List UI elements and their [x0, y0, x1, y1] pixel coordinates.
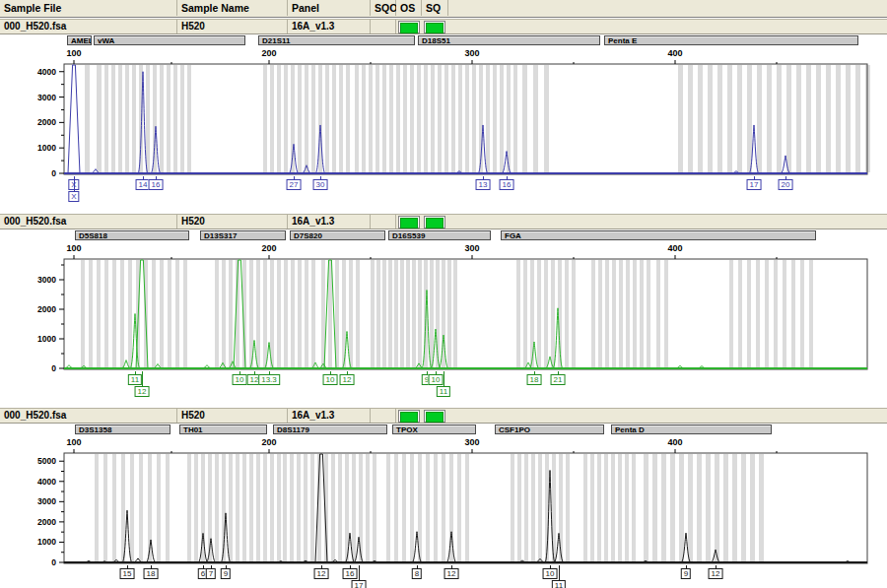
- allele-label[interactable]: 11: [128, 374, 142, 385]
- electropherogram-plot[interactable]: 01000200030004000: [0, 60, 887, 176]
- allele-label[interactable]: 12: [709, 568, 723, 579]
- svg-text:3000: 3000: [37, 275, 56, 285]
- marker-box-penta-d[interactable]: Penta D: [611, 425, 772, 434]
- panel-name-cell[interactable]: 16A_v1.3: [288, 409, 371, 423]
- sample-panel-black: 000_H520.fsa H520 16A_v1.3 D3S1358TH01D8…: [0, 408, 887, 588]
- sample-name-cell[interactable]: H520: [177, 409, 288, 423]
- svg-text:2000: 2000: [37, 517, 56, 527]
- marker-box-d21s11[interactable]: D21S11: [258, 35, 415, 45]
- os-pass-indicator: [400, 218, 418, 229]
- allele-label[interactable]: 11: [552, 580, 566, 588]
- allele-label[interactable]: 17: [352, 580, 367, 588]
- allele-label[interactable]: 30: [313, 179, 328, 190]
- marker-box-vwa[interactable]: vWA: [94, 35, 245, 45]
- allele-label[interactable]: 16: [149, 179, 164, 190]
- sample-file-cell[interactable]: 000_H520.fsa: [0, 409, 177, 423]
- marker-box-d8s1179[interactable]: D8S1179: [273, 425, 387, 434]
- ruler-tick-label: 100: [57, 243, 91, 253]
- allele-label[interactable]: 12: [340, 374, 355, 385]
- sample-file-cell[interactable]: 000_H520.fsa: [0, 215, 177, 229]
- sample-row[interactable]: 000_H520.fsa H520 16A_v1.3: [0, 408, 887, 424]
- allele-label[interactable]: 18: [527, 374, 542, 385]
- marker-box-th01[interactable]: TH01: [179, 425, 267, 434]
- sample-name-cell[interactable]: H520: [177, 20, 288, 33]
- electropherogram-plot[interactable]: 0100020003000: [0, 255, 887, 371]
- svg-text:2000: 2000: [37, 117, 56, 127]
- marker-box-fga[interactable]: FGA: [501, 230, 816, 240]
- column-header-panel[interactable]: Panel: [288, 0, 371, 16]
- allele-label[interactable]: 12: [444, 568, 459, 579]
- allele-label[interactable]: 9: [681, 568, 691, 579]
- allele-label[interactable]: 11: [437, 386, 450, 397]
- svg-text:3000: 3000: [37, 496, 56, 506]
- svg-text:0: 0: [51, 557, 56, 565]
- allele-label[interactable]: X: [68, 191, 79, 202]
- marker-box-amel[interactable]: AMEL: [67, 35, 92, 45]
- sample-row[interactable]: 000_H520.fsa H520 16A_v1.3: [0, 19, 887, 34]
- ruler-tick-label: 100: [57, 437, 91, 447]
- ruler-tick-label: 300: [455, 243, 489, 253]
- ruler-tick-label: 200: [252, 48, 286, 58]
- sample-file-cell[interactable]: 000_H520.fsa: [0, 20, 177, 33]
- allele-label[interactable]: 17: [747, 179, 762, 190]
- ruler-tick-label: 400: [658, 243, 692, 253]
- allele-label[interactable]: 7: [206, 568, 216, 579]
- allele-label[interactable]: 10: [233, 374, 247, 385]
- allele-label[interactable]: 20: [779, 179, 793, 190]
- ruler-tick-label: 400: [658, 48, 692, 58]
- marker-box-penta-e[interactable]: Penta E: [604, 35, 858, 45]
- allele-label[interactable]: 10: [429, 374, 444, 385]
- marker-bar: AMELvWAD21S11D18S51Penta E: [0, 35, 887, 48]
- marker-box-csf1po[interactable]: CSF1PO: [495, 425, 604, 434]
- allele-label[interactable]: 16: [343, 568, 358, 579]
- column-header-sample-name[interactable]: Sample Name: [177, 0, 288, 16]
- size-ruler: 100200300400: [0, 243, 887, 255]
- ruler-tick-label: 300: [455, 48, 489, 58]
- panel-name-cell[interactable]: 16A_v1.3: [288, 215, 371, 229]
- electropherogram-plot[interactable]: 010002000300040005000: [0, 449, 887, 565]
- marker-box-d18s51[interactable]: D18S51: [418, 35, 600, 45]
- os-pass-indicator: [400, 23, 418, 33]
- allele-label-zone: XX1416273013161720: [0, 176, 887, 209]
- svg-text:0: 0: [51, 363, 56, 371]
- allele-label[interactable]: 15: [120, 568, 135, 579]
- column-header-sq[interactable]: SQ: [422, 0, 448, 16]
- sample-name-cell[interactable]: H520: [177, 215, 288, 229]
- allele-label-connector: [559, 565, 560, 580]
- allele-label[interactable]: 10: [323, 374, 338, 385]
- allele-label[interactable]: 16: [500, 179, 514, 190]
- os-quality-cell: [398, 21, 420, 33]
- sq-quality-cell: [424, 21, 445, 33]
- svg-text:3000: 3000: [37, 93, 56, 102]
- allele-label-connector: [74, 176, 75, 191]
- sqo-cell: [371, 409, 396, 423]
- allele-label[interactable]: 18: [144, 568, 159, 579]
- allele-label[interactable]: 13.3: [258, 374, 280, 385]
- y-axis: 01000200030004000: [37, 67, 64, 176]
- allele-label[interactable]: 8: [412, 568, 422, 579]
- marker-box-d5s818[interactable]: D5S818: [75, 230, 189, 240]
- marker-box-d16s539[interactable]: D16S539: [388, 230, 491, 240]
- column-header-os[interactable]: OS: [396, 0, 422, 16]
- allele-label[interactable]: 12: [314, 568, 329, 579]
- marker-box-d13s317[interactable]: D13S317: [200, 230, 286, 240]
- ruler-tick-label: 200: [252, 243, 286, 253]
- panel-name-cell[interactable]: 16A_v1.3: [288, 20, 371, 33]
- allele-label[interactable]: 10: [543, 568, 558, 579]
- svg-text:4000: 4000: [37, 67, 56, 77]
- os-quality-cell: [398, 216, 420, 229]
- allele-label[interactable]: 12: [135, 386, 150, 397]
- marker-box-d7s820[interactable]: D7S820: [290, 230, 385, 240]
- allele-label[interactable]: 9: [221, 568, 231, 579]
- marker-box-d3s1358[interactable]: D3S1358: [75, 425, 171, 434]
- y-axis: 0100020003000: [37, 265, 64, 371]
- x-ruler-ticks: [74, 449, 777, 453]
- column-header-sample-file[interactable]: Sample File: [0, 0, 177, 16]
- allele-label[interactable]: 13: [476, 179, 491, 190]
- allele-label[interactable]: 21: [551, 374, 566, 385]
- ruler-tick-label: 100: [57, 48, 91, 58]
- marker-box-tpox[interactable]: TPOX: [392, 425, 476, 434]
- allele-label[interactable]: 27: [287, 179, 302, 190]
- sample-row[interactable]: 000_H520.fsa H520 16A_v1.3: [0, 214, 887, 229]
- column-header-sqo[interactable]: SQO: [371, 0, 396, 16]
